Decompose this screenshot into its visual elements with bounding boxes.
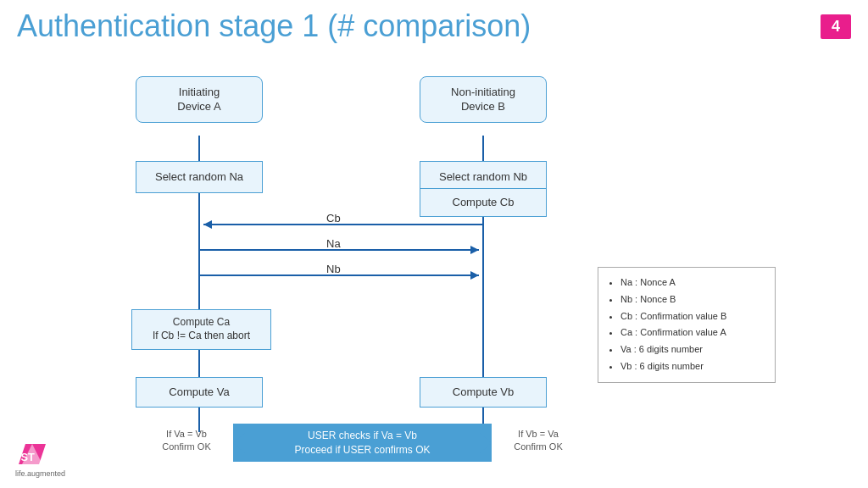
st-logo-icon: ST <box>15 441 49 468</box>
legend-item: Nb : Nonce B <box>620 291 765 308</box>
svg-text:ST: ST <box>20 451 35 463</box>
legend-list: Na : Nonce ANb : Nonce BCb : Confirmatio… <box>609 274 765 375</box>
non-initiating-device-box: Non-initiating Device B <box>420 76 547 123</box>
diagram: Initiating Device A Non-initiating Devic… <box>68 59 797 466</box>
nb-label: Nb <box>326 263 341 275</box>
title-bar: Authentication stage 1 (# comparison) 4 <box>0 0 868 44</box>
legend-item: Na : Nonce A <box>620 274 765 291</box>
select-na-box: Select random Na <box>136 161 263 193</box>
compute-va-box: Compute Va <box>136 377 263 408</box>
legend-item: Ca : Confirmation value A <box>620 324 765 341</box>
legend-item: Va : 6 digits number <box>620 341 765 358</box>
page-number: 4 <box>821 14 851 39</box>
logo: ST life.augmented <box>15 441 65 478</box>
slide-title: Authentication stage 1 (# comparison) <box>17 8 531 44</box>
svg-marker-7 <box>470 271 479 280</box>
right-side-text: If Vb = Va Confirm OK <box>492 428 585 454</box>
slide: Authentication stage 1 (# comparison) 4 … <box>0 0 868 488</box>
compute-cb-box: Compute Cb <box>420 188 547 217</box>
user-check-box: USER checks if Va = Vb Proceed if USER c… <box>233 424 492 462</box>
legend-box: Na : Nonce ANb : Nonce BCb : Confirmatio… <box>598 267 776 383</box>
cb-label: Cb <box>326 212 341 225</box>
legend-item: Cb : Confirmation value B <box>620 308 765 325</box>
svg-marker-3 <box>203 220 212 229</box>
compute-vb-box: Compute Vb <box>420 377 547 408</box>
compute-ca-box: Compute Ca If Cb != Ca then abort <box>131 309 271 350</box>
legend-item: Vb : 6 digits number <box>620 358 765 375</box>
logo-text: life.augmented <box>15 469 65 478</box>
left-side-text: If Va = Vb Confirm OK <box>140 428 233 454</box>
initiating-device-box: Initiating Device A <box>136 76 263 123</box>
svg-marker-5 <box>470 246 479 254</box>
na-label: Na <box>326 237 341 250</box>
